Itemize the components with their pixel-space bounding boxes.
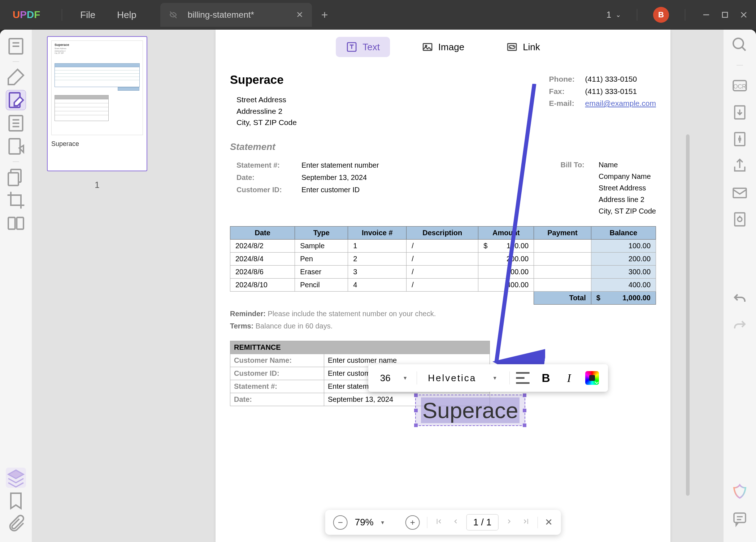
address-line[interactable]: Street Address — [236, 94, 297, 106]
zoom-select[interactable]: 79%▼ — [355, 517, 398, 528]
billto-street[interactable]: Street Address — [599, 182, 656, 194]
undo-button[interactable] — [731, 290, 748, 307]
stmt-cust-value[interactable]: Enter customer ID — [301, 186, 360, 194]
svg-rect-16 — [17, 218, 23, 229]
stmt-num-label: Statement #: — [236, 159, 301, 171]
left-sidebar — [0, 30, 32, 542]
fax-value[interactable]: (411) 333-0151 — [585, 87, 637, 95]
company-name[interactable]: Superace — [230, 73, 297, 87]
svg-point-33 — [738, 217, 742, 221]
italic-button[interactable]: I — [559, 368, 579, 388]
fax-label: Fax: — [549, 85, 585, 98]
reminder-text[interactable]: Please include the statement number on y… — [268, 310, 436, 318]
form-mode-button[interactable] — [6, 136, 26, 156]
new-tab-button[interactable]: + — [321, 8, 328, 22]
table-row[interactable]: 2024/8/6Eraser3/300.00300.00 — [230, 265, 656, 278]
svg-rect-31 — [733, 188, 746, 198]
billto-addr2[interactable]: Address line 2 — [599, 194, 656, 205]
statement-title[interactable]: Statement — [230, 141, 656, 152]
maximize-button[interactable] — [720, 10, 730, 20]
phone-value[interactable]: (411) 333-0150 — [585, 75, 637, 83]
edit-mode-button[interactable] — [6, 90, 26, 110]
page-indicator[interactable]: 1⌄ — [607, 10, 621, 20]
billto-city[interactable]: City, ST ZIP Code — [599, 205, 656, 217]
organize-mode-button[interactable] — [6, 113, 26, 133]
page-thumbnail[interactable]: Superace Street AddressAddressline 2City… — [47, 36, 147, 171]
svg-rect-15 — [8, 218, 15, 229]
address-line[interactable]: City, ST ZIP Code — [236, 117, 297, 128]
separator — [685, 9, 685, 21]
text-mode-button[interactable]: Text — [336, 37, 390, 57]
user-avatar[interactable]: B — [653, 7, 669, 23]
thumbnail-panel: Superace Street AddressAddressline 2City… — [32, 30, 162, 542]
compress-button[interactable] — [731, 130, 748, 148]
link-mode-button[interactable]: Link — [496, 37, 550, 57]
search-button[interactable] — [731, 36, 748, 53]
comment-mode-button[interactable] — [6, 67, 26, 87]
menu-file[interactable]: File — [80, 9, 95, 21]
close-controls-button[interactable]: ✕ — [545, 517, 553, 528]
bold-button[interactable]: B — [536, 368, 556, 388]
table-row[interactable]: 2024/8/4Pen2/200.00200.00 — [230, 252, 656, 265]
svg-point-25 — [733, 38, 743, 48]
page-tool-button[interactable] — [6, 167, 26, 187]
billto-company[interactable]: Company Name — [599, 171, 656, 182]
font-size-select[interactable]: 36▼ — [374, 373, 414, 384]
convert-button[interactable] — [731, 104, 748, 121]
last-page-button[interactable] — [521, 517, 530, 528]
layers-button[interactable] — [6, 468, 26, 488]
document-tab[interactable]: billing-statement* ✕ — [160, 3, 312, 27]
phone-label: Phone: — [549, 73, 585, 85]
reader-mode-button[interactable] — [6, 36, 26, 56]
font-family-select[interactable]: Helvetica▼ — [420, 373, 507, 384]
minimize-button[interactable] — [701, 10, 711, 20]
email-button[interactable] — [731, 184, 748, 201]
image-mode-button[interactable]: Image — [412, 37, 474, 57]
thumbnail-page-number: 1 — [95, 180, 99, 190]
bookmark-button[interactable] — [6, 491, 26, 511]
table-header: Invoice # — [348, 226, 407, 239]
attachment-button[interactable] — [6, 514, 26, 534]
email-value[interactable]: email@example.com — [585, 99, 656, 107]
reminder-label: Reminder: — [230, 310, 266, 318]
zoom-out-button[interactable]: − — [333, 515, 348, 530]
document-canvas[interactable]: Text Image Link Superace Street Address … — [162, 30, 724, 542]
text-edit-box[interactable]: Superace — [415, 395, 525, 426]
tab-close-button[interactable]: ✕ — [296, 10, 303, 20]
address-line[interactable]: Addressline 2 — [236, 106, 297, 117]
share-button[interactable] — [731, 157, 748, 175]
right-sidebar: OCR — [724, 30, 756, 542]
edit-mode-toolbar: Text Image Link — [336, 37, 550, 57]
svg-rect-32 — [735, 213, 745, 226]
align-button[interactable] — [513, 368, 533, 388]
table-row[interactable]: 2024/8/10Pencil4/400.00400.00 — [230, 278, 656, 291]
stmt-date-value[interactable]: September 13, 2024 — [301, 173, 367, 181]
menu-help[interactable]: Help — [117, 9, 136, 21]
first-page-button[interactable] — [435, 517, 443, 528]
stmt-date-label: Date: — [236, 171, 301, 184]
billto-label: Bill To: — [560, 159, 596, 171]
billto-name[interactable]: Name — [599, 159, 656, 171]
text-format-toolbar: 36▼ Helvetica▼ B I — [368, 364, 608, 392]
app-logo: UPDF — [13, 9, 40, 21]
ai-assistant-button[interactable] — [731, 483, 748, 501]
compare-tool-button[interactable] — [6, 213, 26, 233]
scrollbar[interactable] — [686, 134, 690, 496]
color-picker-button[interactable] — [582, 368, 602, 388]
terms-text[interactable]: Balance due in 60 days. — [256, 322, 333, 330]
comments-button[interactable] — [731, 510, 748, 528]
page-input[interactable]: 1 / 1 — [466, 514, 499, 530]
close-button[interactable] — [739, 10, 749, 20]
table-header: Payment — [534, 226, 591, 239]
prev-page-button[interactable] — [451, 517, 459, 528]
next-page-button[interactable] — [505, 517, 514, 528]
svg-line-26 — [742, 47, 746, 51]
ocr-button[interactable]: OCR — [731, 77, 748, 94]
table-row[interactable]: 2024/8/2Sample1/$100.00100.00 — [230, 239, 656, 252]
redo-button[interactable] — [731, 317, 748, 334]
stmt-num-value[interactable]: Enter statement number — [301, 161, 379, 169]
zoom-in-button[interactable]: + — [405, 515, 420, 530]
editing-text[interactable]: Superace — [421, 397, 520, 423]
protect-button[interactable] — [731, 211, 748, 228]
crop-tool-button[interactable] — [6, 190, 26, 210]
